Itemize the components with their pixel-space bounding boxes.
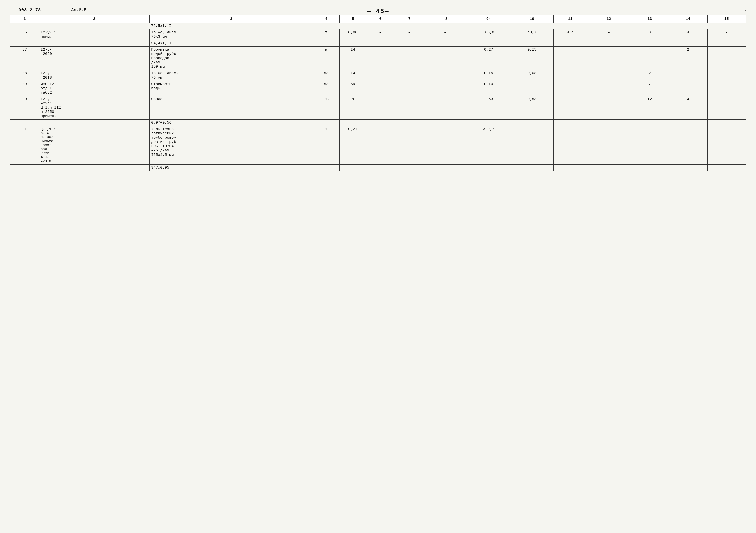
row-desc-sub-90: 0,97+0,56 <box>149 120 313 126</box>
row-col4-89: м3 <box>313 81 339 96</box>
col-header-12: 12 <box>587 15 630 23</box>
table-row: 90 I2-у- –2244 Ц.I,ч.III п.2550 примен. … <box>10 96 746 120</box>
row-col6-90: – <box>366 96 395 120</box>
table-row-sub: 94,4хI, I <box>10 40 746 47</box>
col-header-14: 14 <box>669 15 707 23</box>
row-num-87: 87 <box>10 47 39 70</box>
row-ref-86: I2-у-I3 прим. <box>39 29 149 40</box>
pre-header-text: 72,5хI, I <box>149 23 313 29</box>
row-col5-86: 0,08 <box>339 29 366 40</box>
row-col15-87: – <box>707 47 746 70</box>
col-header-3: 3 <box>149 15 313 23</box>
row-desc-86: То же, диам. 76х3 мм <box>149 29 313 40</box>
row-col6-86: – <box>366 29 395 40</box>
row-num-91: 9I <box>10 126 39 165</box>
row-col4-90: шт. <box>313 96 339 120</box>
row-col6-91: – <box>366 126 395 165</box>
row-desc-89: Стоимость воды <box>149 81 313 96</box>
page-arrow: → <box>743 8 746 13</box>
col-header-1: 1 <box>10 15 39 23</box>
row-col8-87: – <box>423 47 467 70</box>
row-col10-90: 0,53 <box>510 96 554 120</box>
row-desc-87: Промывка водой трубо- проводов диам. I59… <box>149 47 313 70</box>
row-col7-87: – <box>395 47 423 70</box>
row-col14-89: – <box>669 81 707 96</box>
row-col9-89: 0,I0 <box>467 81 510 96</box>
row-col7-90: – <box>395 96 423 120</box>
page-number: — 45— <box>367 8 389 15</box>
col-header-13: 13 <box>631 15 669 23</box>
col-header-5: 5 <box>339 15 366 23</box>
row-col4-88: м3 <box>313 70 339 81</box>
row-col6-87: – <box>366 47 395 70</box>
row-col14-91 <box>669 126 707 165</box>
col-header-6: 6 <box>366 15 395 23</box>
row-col11-90 <box>554 96 587 120</box>
row-col4-87: м <box>313 47 339 70</box>
row-col10-87: 0,I5 <box>510 47 554 70</box>
row-ref-88: I2-у- –20I8 <box>39 70 149 81</box>
table-row: 89 ИМО-I2 отд.II таб.2 Стоимость воды м3… <box>10 81 746 96</box>
page-header: г- 903-2-78 Ал.8.5 — 45— → <box>10 8 746 13</box>
row-col13-90: I2 <box>631 96 669 120</box>
row-col13-91 <box>631 126 669 165</box>
row-num-88: 88 <box>10 70 39 81</box>
row-col12-86: – <box>587 29 630 40</box>
col-header-7: 7 <box>395 15 423 23</box>
row-col10-86: 49,7 <box>510 29 554 40</box>
row-col5-90: 8 <box>339 96 366 120</box>
row-col14-90: 4 <box>669 96 707 120</box>
row-num-89: 89 <box>10 81 39 96</box>
row-col9-91: 329,7 <box>467 126 510 165</box>
row-col14-86: 4 <box>669 29 707 40</box>
pre-header-row: 72,5хI, I <box>10 23 746 29</box>
row-col8-90: – <box>423 96 467 120</box>
col-header-2: 2 <box>39 15 149 23</box>
col-header-10: 10 <box>510 15 554 23</box>
table-row: 9I Ц.I,ч.У р.IX п.I002 Письмо Госст- роя… <box>10 126 746 165</box>
row-desc-sub-91: 347х0.95 <box>149 165 313 171</box>
row-col8-86: – <box>423 29 467 40</box>
row-col9-88: 0,I5 <box>467 70 510 81</box>
col-header-11: 11 <box>554 15 587 23</box>
row-col6-88: – <box>366 70 395 81</box>
row-col12-91 <box>587 126 630 165</box>
row-col12-89: – <box>587 81 630 96</box>
row-col13-86: 8 <box>631 29 669 40</box>
row-ref-89: ИМО-I2 отд.II таб.2 <box>39 81 149 96</box>
row-col12-90: – <box>587 96 630 120</box>
doc-ref: Ал.8.5 <box>71 8 86 12</box>
row-col11-89: – <box>554 81 587 96</box>
row-col11-86: 4,4 <box>554 29 587 40</box>
row-col7-88: – <box>395 70 423 81</box>
row-col15-89: – <box>707 81 746 96</box>
row-col9-86: I03,8 <box>467 29 510 40</box>
col-header-15: 15 <box>707 15 746 23</box>
row-col12-87: – <box>587 47 630 70</box>
row-col14-87: 2 <box>669 47 707 70</box>
row-col12-88: – <box>587 70 630 81</box>
row-col11-87: – <box>554 47 587 70</box>
row-col6-89: – <box>366 81 395 96</box>
row-ref-87: I2-у- –2020 <box>39 47 149 70</box>
row-col9-90: I,53 <box>467 96 510 120</box>
main-table: 1 2 3 4 5 6 7 ·8 9· 10 11 12 13 14 15 72… <box>10 15 746 171</box>
row-col7-89: – <box>395 81 423 96</box>
row-col15-86: – <box>707 29 746 40</box>
row-col13-87: 4 <box>631 47 669 70</box>
table-row: 88 I2-у- –20I8 То же, диам. 76 мм м3 I4 … <box>10 70 746 81</box>
row-col5-88: I4 <box>339 70 366 81</box>
row-desc-88: То же, диам. 76 мм <box>149 70 313 81</box>
table-row-sub: 347х0.95 <box>10 165 746 171</box>
col-header-8: ·8 <box>423 15 467 23</box>
table-row: 87 I2-у- –2020 Промывка водой трубо- про… <box>10 47 746 70</box>
row-col8-89: – <box>423 81 467 96</box>
row-col5-87: I4 <box>339 47 366 70</box>
row-col10-89: – <box>510 81 554 96</box>
row-col4-91: т <box>313 126 339 165</box>
row-num-90: 90 <box>10 96 39 120</box>
header-row: 1 2 3 4 5 6 7 ·8 9· 10 11 12 13 14 15 <box>10 15 746 23</box>
row-col5-91: 0,2I <box>339 126 366 165</box>
row-desc-91: Узлы техно- логических трубопрово- дов и… <box>149 126 313 165</box>
table-row-sub: 0,97+0,56 <box>10 120 746 126</box>
